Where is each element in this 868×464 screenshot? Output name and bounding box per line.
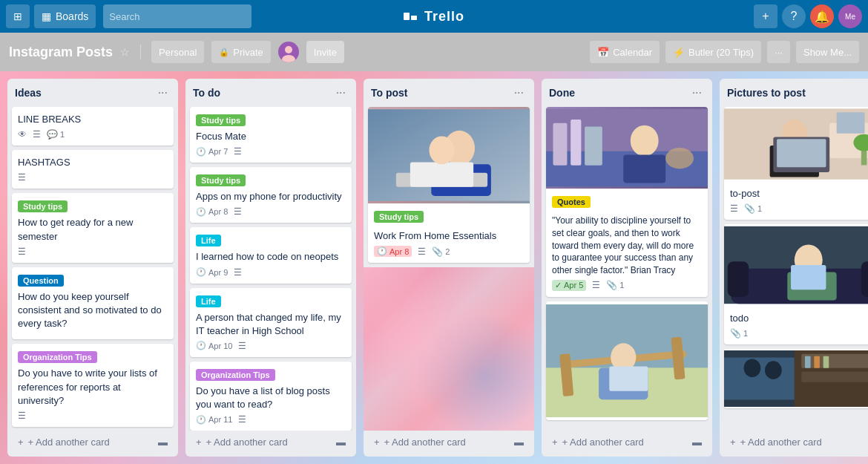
column-menu-ideas[interactable]: ··· bbox=[155, 85, 171, 101]
column-header-pictures: Pictures to post ··· bbox=[720, 79, 868, 107]
card-title: How to get ready for a new semester bbox=[18, 216, 168, 243]
card-title: Work From Home Essentials bbox=[374, 229, 524, 243]
card-focus-mate[interactable]: Study tips Focus Mate 🕐 Apr 7 ☰ bbox=[190, 107, 352, 163]
eye-icon: 👁 bbox=[18, 129, 27, 140]
clip-icon: 📎1 bbox=[744, 203, 762, 214]
create-button[interactable]: + bbox=[754, 4, 777, 28]
column-title-ideas: Ideas bbox=[15, 87, 42, 99]
card-reading-outside[interactable] bbox=[546, 301, 708, 420]
clip-icon: 📎1 bbox=[730, 328, 748, 339]
invite-button[interactable]: Invite bbox=[306, 41, 344, 63]
plus-icon: + bbox=[730, 437, 736, 448]
butler-button[interactable]: ⚡ Butler (20 Tips) bbox=[665, 41, 761, 63]
plus-icon: + bbox=[196, 437, 202, 448]
column-cards-done: Quotes "Your ability to discipline yours… bbox=[542, 107, 712, 431]
card-label: Study tips bbox=[374, 211, 424, 223]
card-meta: 🕐 Apr 7 ☰ bbox=[196, 146, 346, 157]
list-icon: ☰ bbox=[234, 206, 242, 217]
svg-rect-49 bbox=[801, 354, 868, 368]
card-title: Do you have a list of blog posts you wan… bbox=[196, 385, 346, 411]
card-question[interactable]: Question How do you keep yourself consis… bbox=[12, 267, 174, 340]
board-actions: 📅 Calendar ⚡ Butler (20 Tips) ··· Show M… bbox=[590, 41, 859, 63]
list-icon: ☰ bbox=[18, 411, 26, 421]
private-button[interactable]: 🔒 Private bbox=[211, 41, 270, 63]
card-pic-3[interactable] bbox=[724, 349, 868, 408]
card-title: Focus Mate bbox=[196, 130, 346, 143]
add-card-topost[interactable]: + + Add another card ▬ bbox=[368, 432, 530, 452]
columns-container: Ideas ··· LINE BREAKS 👁 ☰ 💬1 HASHTAGS bbox=[0, 71, 868, 464]
profile-button[interactable]: Me bbox=[838, 4, 862, 28]
svg-rect-13 bbox=[571, 120, 581, 166]
list-icon: ☰ bbox=[238, 341, 246, 351]
card-label: Organization Tips bbox=[196, 369, 275, 381]
card-meta: 👁 ☰ 💬1 bbox=[18, 129, 168, 140]
show-menu-button[interactable]: Show Me... bbox=[796, 41, 859, 63]
card-pic-2[interactable]: todo 📎1 bbox=[724, 224, 868, 344]
svg-rect-7 bbox=[410, 162, 473, 186]
home-button[interactable]: ⊞ bbox=[6, 4, 30, 28]
card-blog-posts[interactable]: Organization Tips Do you have a list of … bbox=[190, 362, 352, 431]
plus-icon: + bbox=[18, 437, 24, 448]
more-button[interactable]: ··· bbox=[767, 41, 790, 63]
card-meta: 🕐 Apr 9 ☰ bbox=[196, 267, 346, 278]
column-cards-ideas: LINE BREAKS 👁 ☰ 💬1 HASHTAGS ☰ St bbox=[7, 107, 178, 431]
column-title-topost: To post bbox=[371, 87, 408, 99]
card-title: A person that changed my life, my IT tea… bbox=[196, 311, 346, 338]
nav-right: + ? 🔔 Me bbox=[754, 4, 862, 28]
personal-button[interactable]: Personal bbox=[151, 41, 204, 63]
column-title-todo: To do bbox=[193, 87, 220, 99]
column-title-pictures: Pictures to post bbox=[727, 87, 806, 99]
card-neopets[interactable]: Life I learned how to code on neopets 🕐 … bbox=[190, 227, 352, 283]
date-chip: 🕐 Apr 11 bbox=[196, 415, 232, 425]
card-label: Study tips bbox=[196, 114, 246, 126]
board-title: Instagram Posts bbox=[9, 45, 113, 60]
column-topost: To post ··· bbox=[364, 79, 534, 457]
date-chip: 🕐 Apr 8 bbox=[196, 207, 228, 217]
svg-rect-40 bbox=[728, 261, 749, 296]
card-apps-phone[interactable]: Study tips Apps on my phone for producti… bbox=[190, 167, 352, 223]
card-pic-1[interactable]: to-post ☰ 📎1 bbox=[724, 107, 868, 220]
list-icon: ☰ bbox=[234, 146, 242, 157]
card-meta: 🕐 Apr 8 ☰ bbox=[196, 206, 346, 217]
info-button[interactable]: ? bbox=[782, 4, 806, 28]
card-wfh[interactable]: Study tips Work From Home Essentials 🕐 A… bbox=[368, 107, 530, 263]
search-input[interactable] bbox=[103, 4, 251, 28]
card-org-tips[interactable]: Organization Tips Do you have to write y… bbox=[12, 344, 174, 427]
add-card-ideas[interactable]: + + Add another card ▬ bbox=[12, 432, 174, 452]
svg-rect-53 bbox=[823, 356, 829, 368]
card-title: HASHTAGS bbox=[18, 156, 168, 169]
plus-icon: + bbox=[374, 437, 380, 448]
svg-rect-12 bbox=[553, 123, 567, 166]
card-line-breaks[interactable]: LINE BREAKS 👁 ☰ 💬1 bbox=[12, 107, 174, 146]
card-label: Question bbox=[18, 275, 64, 287]
boards-button[interactable]: ▦ Boards bbox=[34, 4, 96, 28]
plus-icon: + bbox=[552, 437, 558, 448]
card-study-tips-1[interactable]: Study tips How to get ready for a new se… bbox=[12, 193, 174, 262]
card-hashtags[interactable]: HASHTAGS ☰ bbox=[12, 150, 174, 189]
column-todo: To do ··· Study tips Focus Mate 🕐 Apr 7 … bbox=[185, 79, 356, 457]
column-pictures: Pictures to post ··· bbox=[720, 79, 868, 457]
archive-icon: ▬ bbox=[336, 437, 346, 448]
card-label: Life bbox=[196, 235, 221, 246]
add-card-done[interactable]: + + Add another card ▬ bbox=[546, 432, 708, 452]
calendar-button[interactable]: 📅 Calendar bbox=[590, 41, 660, 63]
card-it-teacher[interactable]: Life A person that changed my life, my I… bbox=[190, 288, 352, 357]
svg-rect-26 bbox=[609, 367, 648, 391]
date-chip: ✓ Apr 5 bbox=[552, 280, 586, 291]
card-title: todo bbox=[730, 312, 868, 325]
svg-point-55 bbox=[765, 362, 782, 380]
svg-point-17 bbox=[665, 148, 694, 169]
card-brian-tracy[interactable]: Quotes "Your ability to discipline yours… bbox=[546, 107, 708, 297]
card-meta: ✓ Apr 5 ☰ 📎1 bbox=[552, 280, 702, 291]
column-menu-done[interactable]: ··· bbox=[689, 85, 705, 101]
svg-point-1 bbox=[282, 55, 295, 62]
star-button[interactable]: ☆ bbox=[120, 46, 130, 58]
divider bbox=[140, 45, 141, 59]
list-icon: ☰ bbox=[592, 280, 600, 290]
add-card-pictures[interactable]: + + Add another card ▬ bbox=[724, 432, 868, 452]
column-menu-topost[interactable]: ··· bbox=[511, 85, 527, 101]
column-menu-todo[interactable]: ··· bbox=[333, 85, 349, 101]
notifications-button[interactable]: 🔔 bbox=[810, 4, 834, 28]
add-card-todo[interactable]: + + Add another card ▬ bbox=[190, 432, 352, 452]
card-label: Study tips bbox=[196, 174, 246, 186]
